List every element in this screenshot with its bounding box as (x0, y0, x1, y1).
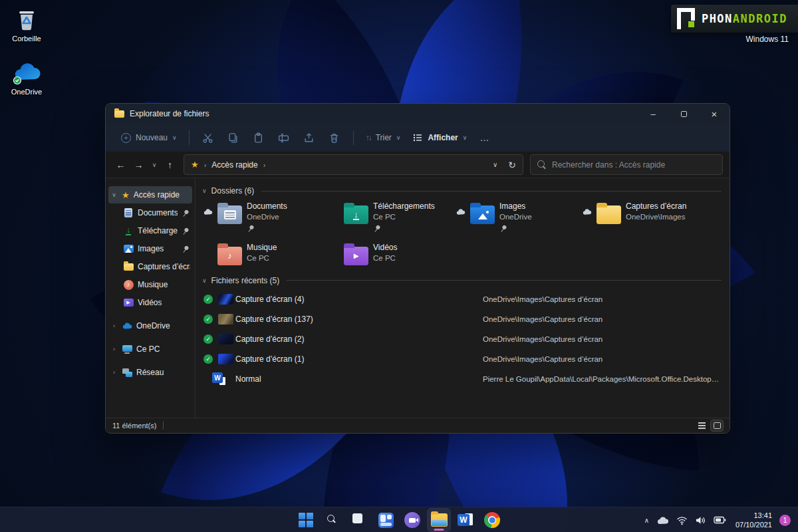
forward-button[interactable]: → (130, 156, 147, 174)
desktop-icon-onedrive[interactable]: OneDrive (1, 59, 53, 96)
rename-button[interactable] (271, 128, 297, 148)
onedrive-icon (11, 59, 42, 85)
window-body: ∨ ★ Accès rapide Documents ↓ Téléchargem… (106, 178, 730, 418)
minimize-button[interactable]: – (638, 104, 668, 124)
address-dropdown-chevron[interactable]: ∨ (493, 161, 497, 168)
sidebar-item-quick-access[interactable]: ∨ ★ Accès rapide (108, 186, 192, 203)
large-icons-view-icon (714, 422, 721, 429)
folder-tile-documents[interactable]: Documents OneDrive (201, 200, 327, 233)
taskbar: W ∧ 13:41 07/10/2021 1 (0, 507, 798, 532)
widgets-icon (378, 513, 394, 528)
trash-icon (329, 132, 340, 144)
phonandroid-logo-icon (677, 8, 695, 29)
battery-icon[interactable] (714, 515, 726, 525)
sidebar-item-onedrive[interactable]: › OneDrive (108, 317, 192, 334)
folders-section-header[interactable]: ∨ Dossiers (6) (202, 186, 722, 196)
recent-locations-button[interactable]: ∨ (148, 156, 160, 174)
taskbar-search-button[interactable] (321, 509, 344, 531)
cut-button[interactable] (196, 128, 221, 148)
status-bar: 11 élément(s) (106, 418, 730, 433)
tree-expand-icon[interactable]: › (110, 323, 118, 329)
file-list-pane: ∨ Dossiers (6) Documents OneDrive (196, 178, 730, 418)
command-toolbar: + Nouveau ∨ (106, 124, 730, 152)
breadcrumb-root[interactable]: Accès rapide (211, 160, 257, 170)
onedrive-tray-icon[interactable] (656, 516, 669, 525)
word-button[interactable]: W (454, 509, 477, 531)
section-collapse-icon[interactable]: ∨ (202, 188, 207, 194)
view-button[interactable]: Afficher ∨ (406, 128, 473, 147)
folder-tile-pictures[interactable]: Images OneDrive (454, 200, 580, 233)
refresh-icon[interactable]: ↻ (508, 160, 516, 170)
delete-button[interactable] (322, 128, 347, 148)
file-explorer-button[interactable] (428, 509, 450, 531)
new-button[interactable]: + Nouveau ∨ (115, 129, 183, 147)
section-collapse-icon[interactable]: ∨ (202, 277, 207, 284)
sidebar-item-downloads[interactable]: ↓ Téléchargement (108, 222, 192, 239)
recent-file-row[interactable]: W Normal Pierre Le Goupil\AppData\Local\… (201, 369, 722, 389)
sidebar-item-music[interactable]: ♪ Musique (108, 276, 192, 293)
recent-files-section-header[interactable]: ∨ Fichiers récents (5) (202, 276, 722, 285)
section-rule (261, 191, 722, 192)
maximize-button[interactable] (668, 104, 699, 124)
search-input[interactable] (552, 160, 716, 170)
search-icon (537, 160, 546, 169)
notification-badge[interactable]: 1 (779, 515, 791, 526)
large-icons-view-button[interactable] (711, 420, 723, 431)
sidebar-item-documents[interactable]: Documents (108, 204, 192, 221)
folder-tile-music[interactable]: ♪ Musique Ce PC (201, 241, 327, 267)
sidebar-item-pictures[interactable]: Images (108, 240, 192, 257)
desktop-icon-recycle-bin[interactable]: Corbeille (1, 5, 53, 43)
clock[interactable]: 13:41 07/10/2021 (733, 511, 772, 530)
sort-button[interactable]: ↑↓ Trier ∨ (360, 129, 407, 146)
details-view-button[interactable] (696, 420, 708, 431)
folder-tile-downloads[interactable]: ↓ Téléchargements Ce PC (327, 200, 454, 233)
folder-tile-videos[interactable]: ▶ Vidéos Ce PC (327, 241, 454, 267)
widgets-button[interactable] (374, 509, 397, 531)
search-box[interactable] (530, 154, 723, 175)
pin-icon (180, 243, 190, 253)
tree-collapse-icon[interactable]: ∨ (110, 192, 118, 198)
teams-chat-icon (404, 512, 420, 528)
chrome-button[interactable] (481, 509, 503, 531)
recent-file-row[interactable]: ✓ Capture d’écran (1) OneDrive\Images\Ca… (201, 349, 722, 369)
start-button[interactable] (295, 509, 317, 531)
details-view-icon (698, 422, 706, 429)
more-options-button[interactable]: … (473, 132, 496, 143)
onedrive-cloud-icon (122, 321, 132, 331)
paste-button[interactable] (246, 128, 271, 148)
recent-file-row[interactable]: ✓ Capture d’écran (4) OneDrive\Images\Ca… (201, 289, 722, 309)
sidebar-item-network[interactable]: › Réseau (108, 364, 192, 381)
copy-button[interactable] (221, 128, 246, 148)
word-document-icon: W (212, 372, 225, 385)
task-view-icon (352, 513, 366, 527)
desktop-icon-label: OneDrive (11, 88, 42, 96)
window-controls: – × (638, 104, 730, 124)
sidebar-item-videos[interactable]: ▶ Vidéos (108, 294, 192, 311)
address-bar[interactable]: ★ › Accès rapide › ∨ ↻ (184, 154, 523, 175)
sidebar-item-this-pc[interactable]: › Ce PC (108, 340, 192, 358)
pin-icon (372, 223, 382, 233)
recent-file-row[interactable]: ✓ Capture d’écran (2) OneDrive\Images\Ca… (201, 329, 722, 349)
file-thumbnail (218, 354, 233, 364)
tree-expand-icon[interactable]: › (110, 346, 118, 352)
pin-icon (498, 223, 508, 233)
wifi-icon[interactable] (676, 515, 688, 525)
rename-icon (278, 132, 289, 144)
task-view-button[interactable] (348, 509, 370, 531)
recent-file-row[interactable]: ✓ Capture d’écran (137) OneDrive\Images\… (201, 309, 722, 329)
up-button[interactable]: ↑ (162, 156, 178, 174)
file-thumbnail (218, 334, 233, 344)
paste-icon (253, 132, 264, 144)
close-button[interactable]: × (699, 104, 730, 124)
share-button[interactable] (297, 128, 322, 148)
folder-tile-screenshots[interactable]: Captures d’écran OneDrive\Images (580, 200, 706, 233)
tree-expand-icon[interactable]: › (110, 369, 118, 376)
phonandroid-wordmark: PHONANDROID (702, 12, 787, 25)
videos-folder-icon: ▶ (344, 247, 368, 265)
volume-icon[interactable] (695, 515, 706, 525)
cut-icon (202, 132, 213, 144)
back-button[interactable]: ← (112, 156, 129, 174)
tray-overflow-chevron[interactable]: ∧ (644, 517, 649, 524)
sidebar-item-screenshots[interactable]: Captures d’écran (108, 258, 192, 275)
chat-button[interactable] (401, 509, 424, 531)
